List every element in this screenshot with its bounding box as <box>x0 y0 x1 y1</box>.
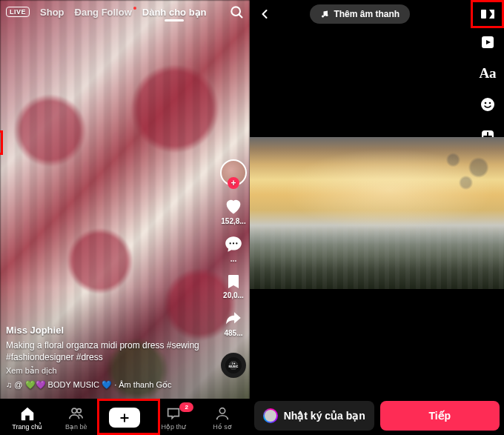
save-button[interactable]: 20,0... <box>223 273 244 299</box>
create-button[interactable] <box>109 408 140 428</box>
tab-following[interactable]: Đang Follow <box>75 7 132 18</box>
nav-friends-label: Bạn bè <box>65 423 87 431</box>
svg-point-2 <box>230 242 231 244</box>
story-ring-icon <box>263 408 278 423</box>
svg-point-6 <box>77 408 82 413</box>
share-button[interactable]: 485... <box>224 309 243 337</box>
next-button-label: Tiếp <box>428 410 451 422</box>
share-count: 485... <box>224 329 242 337</box>
top-tabs: LIVE Shop Đang Follow Dành cho bạn <box>0 4 250 19</box>
add-sound-label: Thêm âm thanh <box>334 9 399 19</box>
tab-shop[interactable]: Shop <box>40 7 64 18</box>
save-count: 20,0... <box>223 291 244 299</box>
comment-count: ... <box>231 255 236 263</box>
svg-point-4 <box>236 242 237 244</box>
svg-rect-12 <box>481 10 486 19</box>
sound-disc[interactable] <box>221 353 246 378</box>
like-count: 152,8... <box>221 217 245 225</box>
svg-point-10 <box>322 16 324 18</box>
bottom-nav: Trang chủ Bạn bè Hộp thư Hồ sơ <box>0 399 250 435</box>
svg-point-15 <box>481 98 494 111</box>
nav-inbox-label: Hộp thư <box>162 423 187 431</box>
author-avatar[interactable] <box>220 159 247 186</box>
caption-text: Making a floral organza midi prom dress … <box>6 339 205 363</box>
nav-friends[interactable]: Bạn bè <box>52 405 101 431</box>
music-note-icon <box>320 10 329 19</box>
tab-for-you[interactable]: Dành cho bạn <box>142 7 207 18</box>
nav-create[interactable] <box>101 408 150 428</box>
svg-point-3 <box>233 242 234 244</box>
editor-footer: Nhật ký của bạn Tiếp <box>250 396 504 435</box>
live-badge[interactable]: LIVE <box>6 7 30 17</box>
add-sound-button[interactable]: Thêm âm thanh <box>310 4 410 24</box>
svg-point-16 <box>485 102 487 104</box>
nav-home-label: Trang chủ <box>12 423 42 431</box>
search-icon[interactable] <box>229 4 244 19</box>
next-button[interactable]: Tiếp <box>380 401 500 431</box>
editor-topbar: Thêm âm thanh <box>250 0 504 28</box>
nav-profile-label: Hồ sơ <box>213 423 232 431</box>
media-preview[interactable] <box>250 137 504 289</box>
translate-link[interactable]: Xem bản dịch <box>6 365 205 376</box>
comment-button[interactable]: ... <box>224 235 243 263</box>
svg-point-5 <box>72 408 76 413</box>
nav-inbox[interactable]: Hộp thư <box>149 405 198 431</box>
nav-profile[interactable]: Hồ sơ <box>198 405 247 431</box>
svg-line-1 <box>239 15 242 18</box>
feed-screen: LIVE Shop Đang Follow Dành cho bạn 152,8… <box>0 0 250 435</box>
editor-screen: Thêm âm thanh Aa Nhật ký của bạn <box>250 0 504 435</box>
flip-tool-icon[interactable] <box>479 5 497 23</box>
like-button[interactable]: 152,8... <box>221 196 245 225</box>
back-icon[interactable] <box>257 7 272 21</box>
stickers-tool-icon[interactable] <box>479 96 497 113</box>
author-username[interactable]: Miss Jophiel <box>6 324 205 337</box>
your-story-label: Nhật ký của bạn <box>284 410 365 422</box>
svg-point-17 <box>489 102 491 104</box>
your-story-button[interactable]: Nhật ký của bạn <box>254 401 374 431</box>
right-action-rail: 152,8... ... 20,0... 485... <box>220 159 247 378</box>
sound-label[interactable]: ♫ @ 💚💜 BODY MUSIC 💙 · Âm thanh Gốc <box>6 379 205 391</box>
svg-point-9 <box>219 408 225 413</box>
feed-caption: Miss Jophiel Making a floral organza mid… <box>6 324 205 391</box>
nav-home[interactable]: Trang chủ <box>3 405 52 431</box>
text-tool-icon[interactable]: Aa <box>479 65 496 82</box>
svg-point-11 <box>326 14 328 16</box>
templates-tool-icon[interactable] <box>479 33 497 51</box>
